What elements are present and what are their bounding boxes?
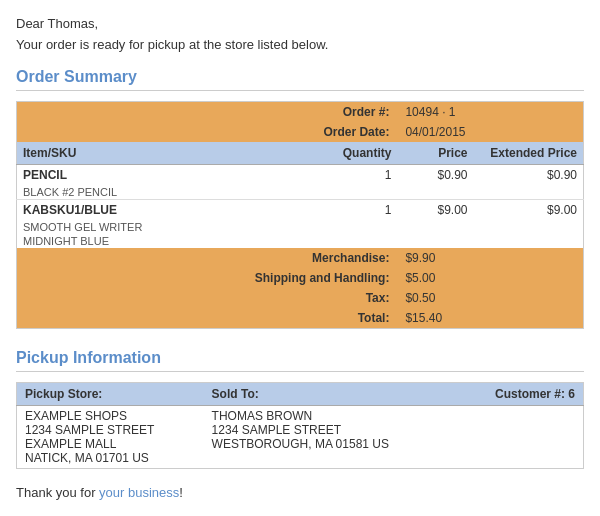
order-summary-table: Order #: 10494 · 1 Order Date: 04/01/201… [16, 101, 584, 329]
item-2-desc1-row: SMOOTH GEL WRITER [17, 220, 584, 234]
merchandise-label: Merchandise: [17, 248, 398, 268]
item-1-price: $0.90 [397, 165, 473, 186]
order-date-label: Order Date: [17, 122, 398, 142]
pickup-title: Pickup Information [16, 349, 584, 372]
item-1-name-row: PENCIL 1 $0.90 $0.90 [17, 165, 584, 186]
item-2-desc2: MIDNIGHT BLUE [17, 234, 318, 248]
item-2-price: $9.00 [397, 200, 473, 221]
order-date-row: Order Date: 04/01/2015 [17, 122, 584, 142]
item-1-name: PENCIL [17, 165, 318, 186]
store-line-2: 1234 SAMPLE STREET [25, 423, 196, 437]
thank-you-text: Thank you for your business! [16, 485, 584, 500]
item-1-qty: 1 [317, 165, 397, 186]
col-quantity: Quantity [317, 142, 397, 165]
tax-label: Tax: [17, 288, 398, 308]
pickup-header-row: Pickup Store: Sold To: Customer #: 6 [17, 383, 584, 406]
item-2-name-row: KABSKU1/BLUE 1 $9.00 $9.00 [17, 200, 584, 221]
pickup-body-row: EXAMPLE SHOPS 1234 SAMPLE STREET EXAMPLE… [17, 406, 584, 469]
order-summary-title: Order Summary [16, 68, 584, 91]
order-number-label: Order #: [17, 102, 398, 123]
order-number-row: Order #: 10494 · 1 [17, 102, 584, 123]
total-value: $15.40 [397, 308, 583, 329]
greeting-text: Dear Thomas, [16, 16, 584, 31]
pickup-store-header: Pickup Store: [17, 383, 204, 406]
sold-to-line-2: 1234 SAMPLE STREET [212, 423, 423, 437]
customer-header: Customer #: 6 [430, 383, 583, 406]
item-2-desc2-row: MIDNIGHT BLUE [17, 234, 584, 248]
customer-number-cell [430, 406, 583, 469]
pickup-store-address: EXAMPLE SHOPS 1234 SAMPLE STREET EXAMPLE… [17, 406, 204, 469]
column-headers-row: Item/SKU Quantity Price Extended Price [17, 142, 584, 165]
sold-to-header: Sold To: [204, 383, 431, 406]
tax-row: Tax: $0.50 [17, 288, 584, 308]
thank-you-highlight: your business [99, 485, 179, 500]
shipping-label: Shipping and Handling: [17, 268, 398, 288]
shipping-value: $5.00 [397, 268, 583, 288]
item-1-desc-row: BLACK #2 PENCIL [17, 185, 584, 200]
sold-to-line-3: WESTBOROUGH, MA 01581 US [212, 437, 423, 451]
thank-you-prefix: Thank you for [16, 485, 99, 500]
item-1-desc: BLACK #2 PENCIL [17, 185, 318, 200]
item-2-desc1: SMOOTH GEL WRITER [17, 220, 318, 234]
merchandise-value: $9.90 [397, 248, 583, 268]
store-line-3: EXAMPLE MALL [25, 437, 196, 451]
col-extended-price: Extended Price [474, 142, 584, 165]
pickup-table: Pickup Store: Sold To: Customer #: 6 EXA… [16, 382, 584, 469]
col-item-sku: Item/SKU [17, 142, 318, 165]
item-1-extended: $0.90 [474, 165, 584, 186]
col-price: Price [397, 142, 473, 165]
intro-text: Your order is ready for pickup at the st… [16, 37, 584, 52]
item-2-extended: $9.00 [474, 200, 584, 221]
tax-value: $0.50 [397, 288, 583, 308]
order-date-value: 04/01/2015 [397, 122, 473, 142]
merchandise-row: Merchandise: $9.90 [17, 248, 584, 268]
thank-you-suffix: ! [179, 485, 183, 500]
total-row: Total: $15.40 [17, 308, 584, 329]
item-2-qty: 1 [317, 200, 397, 221]
item-2-name: KABSKU1/BLUE [17, 200, 318, 221]
shipping-row: Shipping and Handling: $5.00 [17, 268, 584, 288]
sold-to-line-1: THOMAS BROWN [212, 409, 423, 423]
total-label: Total: [17, 308, 398, 329]
store-line-1: EXAMPLE SHOPS [25, 409, 196, 423]
store-line-4: NATICK, MA 01701 US [25, 451, 196, 465]
order-number-value: 10494 · 1 [397, 102, 473, 123]
sold-to-address: THOMAS BROWN 1234 SAMPLE STREET WESTBORO… [204, 406, 431, 469]
